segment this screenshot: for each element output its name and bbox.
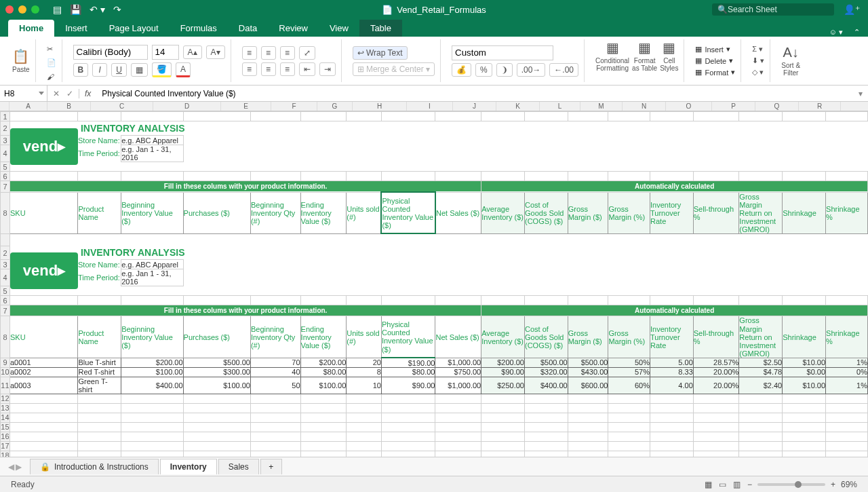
data-cell[interactable]: $190.00	[381, 358, 435, 367]
format-cells-button[interactable]: ▦ Format ▾	[695, 68, 735, 77]
data-cell[interactable]: 60%	[608, 377, 650, 394]
cell-styles-button[interactable]: ▦Cell Styles	[660, 39, 678, 82]
data-cell[interactable]: 10	[347, 377, 382, 394]
data-cell[interactable]: $100.00	[183, 377, 250, 394]
autosum-icon[interactable]: Σ ▾	[752, 45, 763, 54]
tab-table[interactable]: Table	[359, 20, 402, 37]
font-color-button[interactable]: A	[176, 62, 191, 77]
data-cell[interactable]: 1%	[826, 358, 868, 367]
data-cell[interactable]: 1%	[826, 377, 868, 394]
sheet-tab-inventory[interactable]: Inventory	[160, 459, 217, 474]
expand-formula-icon[interactable]: ▾	[853, 89, 868, 98]
align-left-icon[interactable]: ≡	[242, 62, 257, 76]
add-sheet-button[interactable]: +	[260, 459, 282, 474]
share-icon[interactable]: 👤⁺	[844, 4, 860, 15]
data-cell[interactable]: $100.00	[300, 377, 347, 394]
save-icon[interactable]: ▤	[53, 4, 62, 15]
data-cell[interactable]: $300.00	[183, 367, 250, 377]
comma-icon[interactable]: ❩	[496, 63, 513, 77]
data-cell[interactable]: 20	[347, 358, 382, 367]
delete-cells-button[interactable]: ▦ Delete ▾	[695, 56, 735, 65]
time-period-value[interactable]: e.g. Jan 1 - 31, 2016	[121, 269, 183, 286]
tab-insert[interactable]: Insert	[54, 20, 98, 37]
data-cell[interactable]: 40	[250, 367, 300, 377]
data-cell[interactable]: $1,000.00	[435, 358, 481, 367]
align-center-icon[interactable]: ≡	[261, 62, 276, 76]
cut-icon[interactable]: ✂	[47, 45, 56, 54]
spreadsheet-grid[interactable]: ABCDEFGHIJKLMNOPQR 12vend▸INVENTORY ANAL…	[0, 102, 868, 457]
data-cell[interactable]: $500.00	[524, 358, 568, 367]
view-pagebreak-icon[interactable]: ▥	[733, 480, 741, 489]
copy-icon[interactable]: 📄	[47, 58, 56, 67]
border-button[interactable]: ▦	[131, 63, 148, 77]
sheet-nav-next-icon[interactable]: ▶	[16, 462, 22, 472]
store-name-value[interactable]: e.g. ABC Apparel	[121, 136, 183, 145]
data-cell[interactable]: $400.00	[121, 377, 183, 394]
font-size-select[interactable]	[152, 45, 179, 60]
data-cell[interactable]: Blue T-shirt	[78, 358, 121, 367]
data-cell[interactable]: $750.00	[435, 367, 481, 377]
fill-icon[interactable]: ⬇ ▾	[752, 56, 764, 65]
increase-indent-icon[interactable]: ⇥	[319, 62, 336, 76]
clear-icon[interactable]: ◇ ▾	[752, 68, 764, 77]
data-cell[interactable]: $0.00	[783, 367, 826, 377]
sheet-nav-prev-icon[interactable]: ◀	[8, 462, 14, 472]
data-cell[interactable]: 0%	[826, 367, 868, 377]
sheet-tab-sales[interactable]: Sales	[218, 459, 259, 474]
insert-cells-button[interactable]: ▦ Insert ▾	[695, 45, 735, 54]
smiley-icon[interactable]: ☺ ▾	[829, 28, 843, 37]
zoom-in-icon[interactable]: +	[831, 480, 835, 489]
data-cell[interactable]: $4.78	[739, 367, 783, 377]
data-cell[interactable]: $200.00	[121, 358, 183, 367]
decrease-font-icon[interactable]: A▾	[206, 45, 225, 59]
data-cell[interactable]: 8.33	[650, 367, 694, 377]
time-period-value[interactable]: e.g. Jan 1 - 31, 2016	[121, 145, 183, 162]
data-cell[interactable]: 70	[250, 358, 300, 367]
data-cell[interactable]: $1,000.00	[435, 377, 481, 394]
percent-icon[interactable]: %	[475, 63, 492, 77]
italic-button[interactable]: I	[92, 63, 107, 77]
fill-color-button[interactable]: 🪣	[152, 62, 172, 77]
data-cell[interactable]: 4.00	[650, 377, 694, 394]
align-middle-icon[interactable]: ≡	[261, 46, 276, 60]
data-cell[interactable]: $600.00	[568, 377, 608, 394]
accept-formula-icon[interactable]: ✓	[66, 89, 73, 98]
data-cell[interactable]: $90.00	[481, 367, 525, 377]
data-cell[interactable]: $90.00	[381, 377, 435, 394]
wrap-text-button[interactable]: ↩ Wrap Text	[353, 46, 408, 60]
data-cell[interactable]: Green T-shirt	[78, 377, 121, 394]
save-icon-2[interactable]: 💾	[70, 4, 81, 15]
align-top-icon[interactable]: ≡	[242, 46, 257, 60]
tab-formulas[interactable]: Formulas	[170, 20, 228, 37]
data-cell[interactable]: 20.00%	[693, 377, 739, 394]
tab-review[interactable]: Review	[268, 20, 319, 37]
data-cell[interactable]: 20.00%	[693, 367, 739, 377]
data-cell[interactable]: 57%	[608, 367, 650, 377]
tab-view[interactable]: View	[319, 20, 359, 37]
conditional-formatting-button[interactable]: ▦Conditional Formatting	[595, 39, 629, 82]
zoom-out-icon[interactable]: −	[747, 480, 752, 489]
data-cell[interactable]: $500.00	[568, 358, 608, 367]
data-cell[interactable]: $320.00	[524, 367, 568, 377]
data-cell[interactable]: $200.00	[481, 358, 525, 367]
maximize-window[interactable]	[31, 5, 39, 14]
currency-icon[interactable]: 💰	[452, 63, 471, 77]
decrease-decimal-icon[interactable]: ←.00	[549, 63, 578, 77]
data-cell[interactable]: a0001	[9, 358, 78, 367]
data-cell[interactable]: 5.00	[650, 358, 694, 367]
bold-button[interactable]: B	[73, 63, 89, 77]
fx-label[interactable]: fx	[79, 89, 96, 98]
data-cell[interactable]: a0003	[9, 377, 78, 394]
tab-home[interactable]: Home	[8, 20, 54, 37]
view-normal-icon[interactable]: ▦	[705, 480, 712, 489]
redo-icon[interactable]: ↷	[113, 4, 121, 15]
underline-button[interactable]: U	[111, 63, 127, 77]
view-pagelayout-icon[interactable]: ▭	[719, 480, 726, 489]
format-painter-icon[interactable]: 🖌	[47, 73, 56, 81]
font-name-select[interactable]	[73, 45, 148, 60]
merge-center-button[interactable]: ⊞ Merge & Center ▾	[353, 62, 435, 76]
collapse-ribbon-icon[interactable]: ⌃	[854, 28, 860, 37]
data-cell[interactable]: $2.40	[739, 377, 783, 394]
data-cell[interactable]: $100.00	[121, 367, 183, 377]
data-cell[interactable]: $250.00	[481, 377, 525, 394]
